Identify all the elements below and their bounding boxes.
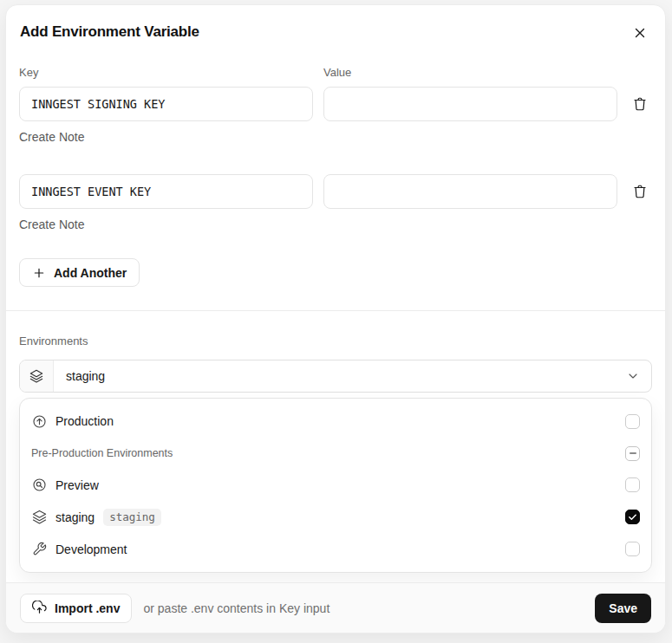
checkbox-staging[interactable] xyxy=(625,510,640,524)
add-env-var-modal: Add Environment Variable Key Value Creat… xyxy=(5,4,666,633)
env-option-label: Production xyxy=(55,414,114,428)
import-env-button[interactable]: Import .env xyxy=(20,594,132,623)
magnifier-circle-icon xyxy=(31,477,47,492)
environments-section: Environments staging Production Pre-Prod… xyxy=(6,311,665,573)
env-option-badge: staging xyxy=(103,509,161,526)
trash-icon xyxy=(632,184,648,199)
checkbox-production[interactable] xyxy=(625,414,640,429)
env-option-preview[interactable]: Preview xyxy=(20,470,651,502)
close-button[interactable] xyxy=(630,23,649,42)
environments-select-value: staging xyxy=(54,369,626,383)
arrow-up-circle-icon xyxy=(31,414,47,429)
checkbox-development[interactable] xyxy=(625,542,640,556)
plus-icon xyxy=(32,266,46,280)
import-env-label: Import .env xyxy=(55,601,120,615)
modal-header: Add Environment Variable xyxy=(6,5,665,42)
env-group-label: Pre-Production Environments xyxy=(31,447,173,459)
upload-cloud-icon xyxy=(32,601,47,615)
value-label: Value xyxy=(323,66,617,79)
env-var-form: Key Value Create Note Create Note xyxy=(6,42,665,287)
wrench-icon xyxy=(31,542,47,556)
value-input[interactable] xyxy=(323,174,617,209)
create-note-link[interactable]: Create Note xyxy=(19,130,84,144)
value-input[interactable] xyxy=(323,87,617,121)
environments-select[interactable]: staging xyxy=(19,360,652,393)
close-icon xyxy=(632,25,648,41)
env-option-production[interactable]: Production xyxy=(20,406,651,438)
env-group-pre-production[interactable]: Pre-Production Environments xyxy=(20,438,651,470)
env-var-row xyxy=(19,87,652,121)
layers-icon xyxy=(31,510,47,524)
footer-hint-text: or paste .env contents in Key input xyxy=(143,601,584,615)
chevron-down-icon xyxy=(626,369,651,383)
delete-row-button[interactable] xyxy=(630,94,649,114)
key-input[interactable] xyxy=(19,87,313,121)
layers-icon xyxy=(20,360,54,392)
page-title: Add Environment Variable xyxy=(20,23,199,41)
trash-icon xyxy=(632,96,648,112)
env-var-row xyxy=(19,174,652,209)
add-another-label: Add Another xyxy=(54,266,127,280)
environments-dropdown-panel: Production Pre-Production Environments P… xyxy=(19,398,652,573)
check-icon xyxy=(628,512,637,522)
create-note-link[interactable]: Create Note xyxy=(19,218,84,231)
env-option-label: staging xyxy=(55,510,95,524)
save-button[interactable]: Save xyxy=(595,594,651,623)
checkbox-pre-production[interactable] xyxy=(625,446,640,461)
modal-footer: Import .env or paste .env contents in Ke… xyxy=(6,582,665,633)
env-option-development[interactable]: Development xyxy=(20,533,651,565)
delete-row-button[interactable] xyxy=(630,182,649,201)
environments-label: Environments xyxy=(19,334,652,347)
key-label: Key xyxy=(19,66,313,79)
key-input[interactable] xyxy=(19,174,313,209)
env-option-label: Development xyxy=(55,542,127,556)
add-another-button[interactable]: Add Another xyxy=(19,258,140,287)
checkbox-preview[interactable] xyxy=(625,477,640,492)
env-option-staging[interactable]: staging staging xyxy=(20,501,651,533)
env-option-label: Preview xyxy=(55,478,99,492)
